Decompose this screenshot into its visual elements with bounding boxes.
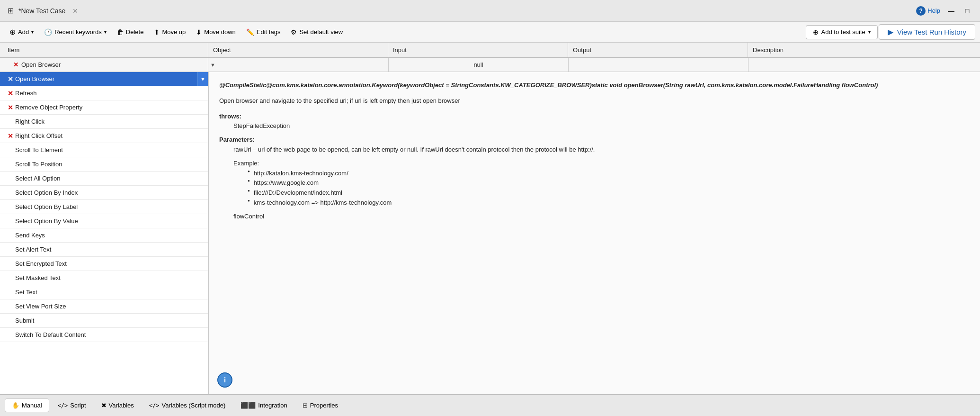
main-area: ✕ Open Browser ▼ null ✕ Open Browser ▼ ✕…	[0, 58, 980, 394]
move-up-icon: ⬆	[154, 28, 160, 36]
tab-manual[interactable]: ✋ Manual	[5, 398, 49, 412]
top-row-object-dropdown[interactable]: ▼	[208, 58, 388, 72]
delete-icon: 🗑	[117, 28, 124, 36]
move-down-icon: ⬇	[196, 28, 202, 36]
list-item[interactable]: Scroll To Position	[0, 157, 208, 172]
col-header-object: Object	[208, 43, 388, 57]
move-up-button[interactable]: ⬆ Move up	[149, 26, 190, 38]
example-1-text: http://katalon.kms-technology.com/	[254, 169, 348, 179]
error-icon: ✕	[6, 132, 15, 140]
list-item[interactable]: ✕ Refresh	[0, 86, 208, 100]
minimize-button[interactable]: —	[946, 6, 956, 16]
script-label: Script	[70, 402, 86, 409]
title-bar: ⊞ *New Test Case ✕ ? Help — □	[0, 0, 980, 22]
title-bar-right: ? Help — □	[916, 6, 972, 16]
maximize-button[interactable]: □	[962, 6, 972, 16]
top-row-item: ✕ Open Browser	[0, 58, 208, 72]
close-icon[interactable]: ✕	[70, 6, 80, 16]
example-4: ● kms-technology.com => http://kms-techn…	[248, 198, 970, 208]
set-default-view-button[interactable]: ⚙ Set default view	[286, 26, 347, 38]
example-label: Example:	[233, 159, 970, 169]
edit-tags-button[interactable]: ✏️ Edit tags	[241, 26, 285, 38]
list-item[interactable]: Set View Port Size	[0, 299, 208, 314]
item-name: Switch To Default Content	[15, 331, 208, 338]
history-icon: ▶	[888, 27, 893, 36]
list-item[interactable]: Select Option By Index	[0, 186, 208, 200]
flow-control-label: flowControl	[233, 212, 970, 222]
list-item[interactable]: Set Encrypted Text	[0, 257, 208, 271]
list-item[interactable]: Select Option By Label	[0, 200, 208, 214]
example-3: ● file:///D:/Development/index.html	[248, 188, 970, 198]
tab-variables-script[interactable]: </> Variables (Script mode)	[143, 399, 232, 412]
list-item[interactable]: Set Alert Text	[0, 243, 208, 257]
tab-integration[interactable]: ⬛⬛ Integration	[234, 399, 294, 412]
example-2: ● https://www.google.com	[248, 178, 970, 188]
list-item[interactable]: Right Click	[0, 115, 208, 129]
dropdown-arrow[interactable]: ▼	[197, 72, 208, 86]
list-item[interactable]: Select Option By Value	[0, 214, 208, 228]
variables-script-label: Variables (Script mode)	[161, 402, 225, 409]
integration-label: Integration	[258, 402, 287, 409]
set-default-icon: ⚙	[291, 28, 297, 36]
recent-keywords-button[interactable]: 🕐 Recent keywords ▾	[39, 26, 111, 38]
view-test-run-history-button[interactable]: ▶ View Test Run History	[879, 24, 975, 40]
item-name: Scroll To Element	[15, 146, 208, 154]
item-name: Right Click Offset	[15, 132, 208, 139]
list-item[interactable]: ✕ Remove Object Property	[0, 100, 208, 115]
item-name: Right Click	[15, 118, 208, 125]
error-icon: ✕	[6, 75, 15, 83]
list-item[interactable]: Scroll To Element	[0, 143, 208, 157]
add-to-test-suite-button[interactable]: ⊕ Add to test suite ▾	[806, 25, 878, 39]
help-button[interactable]: ? Help	[916, 6, 940, 16]
list-item[interactable]: Set Text	[0, 285, 208, 299]
test-case-icon: ⊞	[8, 6, 14, 15]
list-item[interactable]: ✕ Open Browser ▼	[0, 72, 208, 86]
bullet-icon-1: ●	[248, 169, 250, 175]
doc-panel: @CompileStatic@com.kms.katalon.core.anno…	[208, 72, 980, 394]
move-up-label: Move up	[162, 28, 186, 36]
error-icon: ✕	[6, 90, 15, 97]
tab-variables[interactable]: ✖ Variables	[95, 399, 141, 412]
list-item[interactable]: Switch To Default Content	[0, 328, 208, 342]
doc-signature: @CompileStatic@com.kms.katalon.core.anno…	[219, 81, 970, 90]
item-name: Set Alert Text	[15, 246, 208, 253]
add-button[interactable]: ⊕ Add ▾	[5, 25, 38, 39]
item-name: Refresh	[15, 90, 208, 97]
set-default-label: Set default view	[299, 28, 343, 36]
window-title: *New Test Case	[18, 7, 65, 15]
toolbar: ⊕ Add ▾ 🕐 Recent keywords ▾ 🗑 Delete ⬆ M…	[0, 22, 980, 43]
item-name: Set Masked Text	[15, 274, 208, 281]
info-icon-button[interactable]: i	[217, 372, 232, 388]
tab-script[interactable]: </> Script	[51, 399, 93, 412]
list-item[interactable]: ✕ Right Click Offset	[0, 129, 208, 143]
list-item[interactable]: Send Keys	[0, 228, 208, 243]
move-down-label: Move down	[204, 28, 235, 36]
view-history-label: View Test Run History	[897, 28, 966, 36]
help-label: Help	[927, 7, 940, 14]
item-name: Scroll To Position	[15, 161, 208, 168]
doc-description: Open browser and navigate to the specifi…	[219, 96, 970, 106]
tab-properties[interactable]: ⊞ Properties	[296, 399, 345, 412]
column-headers: Item Object Input Output Description	[0, 43, 980, 58]
list-item[interactable]: Set Masked Text	[0, 271, 208, 285]
properties-label: Properties	[310, 402, 338, 409]
recent-keywords-icon: 🕐	[44, 28, 52, 36]
delete-button[interactable]: 🗑 Delete	[112, 26, 149, 38]
example-4-text: kms-technology.com => http://kms-technol…	[254, 198, 392, 208]
example-3-text: file:///D:/Development/index.html	[254, 188, 342, 198]
col-header-item: Item	[0, 43, 208, 57]
script-icon: </>	[58, 402, 68, 409]
item-name: Select Option By Value	[15, 217, 208, 225]
example-2-text: https://www.google.com	[254, 178, 319, 188]
parameters-label: Parameters:	[219, 136, 255, 143]
add-suite-label: Add to test suite	[821, 28, 865, 36]
add-label: Add	[18, 28, 29, 36]
manual-label: Manual	[22, 402, 42, 409]
top-row-output	[568, 58, 748, 72]
list-item[interactable]: Submit	[0, 314, 208, 328]
bullet-icon-4: ●	[248, 198, 250, 204]
item-name: Select Option By Index	[15, 189, 208, 196]
move-down-button[interactable]: ⬇ Move down	[191, 26, 240, 38]
list-item[interactable]: Select All Option	[0, 172, 208, 186]
item-name: Set Text	[15, 289, 208, 296]
